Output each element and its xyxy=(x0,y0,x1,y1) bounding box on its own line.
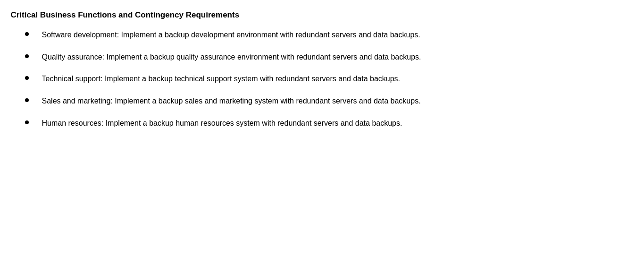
list-item: Technical support: Implement a backup te… xyxy=(11,73,624,85)
bullet-list: Software development: Implement a backup… xyxy=(11,29,624,129)
bullet-text-sales-marketing: Sales and marketing: Implement a backup … xyxy=(42,95,624,107)
bullet-text-software-development: Software development: Implement a backup… xyxy=(42,29,624,41)
list-item: Quality assurance: Implement a backup qu… xyxy=(11,51,624,63)
list-item: Sales and marketing: Implement a backup … xyxy=(11,95,624,107)
bullet-dot-icon xyxy=(25,32,29,36)
bullet-text-technical-support: Technical support: Implement a backup te… xyxy=(42,73,624,85)
bullet-dot-icon xyxy=(25,98,29,102)
section-heading: Critical Business Functions and Continge… xyxy=(11,9,624,21)
bullet-dot-icon xyxy=(25,54,29,58)
bullet-text-human-resources: Human resources: Implement a backup huma… xyxy=(42,118,624,129)
page-container: Critical Business Functions and Continge… xyxy=(11,9,624,129)
bullet-dot-icon xyxy=(25,120,29,124)
list-item: Software development: Implement a backup… xyxy=(11,29,624,41)
list-item: Human resources: Implement a backup huma… xyxy=(11,118,624,129)
bullet-text-quality-assurance: Quality assurance: Implement a backup qu… xyxy=(42,51,624,63)
bullet-dot-icon xyxy=(25,76,29,80)
